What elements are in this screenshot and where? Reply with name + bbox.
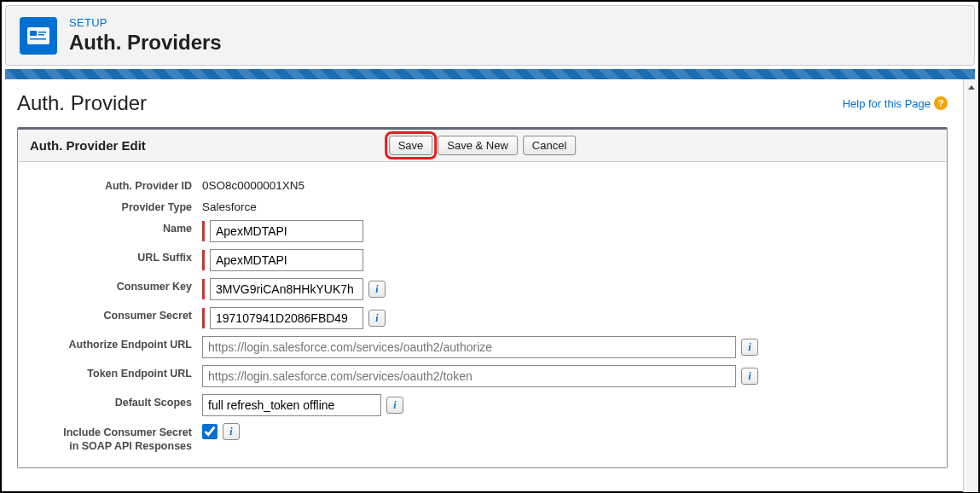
info-button-include-secret[interactable]: i: [223, 423, 240, 440]
info-button-default-scopes[interactable]: i: [386, 397, 403, 414]
panel-title: Auth. Provider Edit: [30, 138, 146, 153]
row-consumer-key: Consumer Key i: [32, 278, 933, 300]
svg-rect-0: [27, 27, 49, 44]
save-new-button[interactable]: Save & New: [438, 136, 518, 155]
info-icon: i: [229, 426, 232, 438]
required-indicator: [202, 221, 205, 241]
page-heading-row: Auth. Provider Help for this Page ?: [17, 91, 948, 115]
default-scopes-input[interactable]: [202, 394, 381, 416]
label-provider-type: Provider Type: [32, 199, 202, 213]
info-icon: i: [748, 341, 751, 354]
row-url-suffix: URL Suffix: [32, 249, 933, 271]
label-token-url: Token Endpoint URL: [32, 365, 202, 380]
page-header: SETUP Auth. Providers: [5, 5, 975, 66]
consumer-secret-input[interactable]: [210, 307, 363, 329]
row-authorize-url: Authorize Endpoint URL i: [32, 336, 933, 358]
required-indicator: [202, 250, 205, 270]
name-input[interactable]: [210, 220, 363, 242]
info-button-consumer-key[interactable]: i: [368, 281, 386, 298]
scrollbar[interactable]: [963, 79, 978, 492]
svg-rect-4: [30, 38, 46, 40]
info-button-authorize-url[interactable]: i: [741, 339, 758, 356]
info-button-token-url[interactable]: i: [741, 368, 758, 385]
help-link-text: Help for this Page: [843, 97, 931, 110]
edit-panel: Auth. Provider Edit Save Save & New Canc…: [17, 127, 948, 468]
required-indicator: [202, 279, 205, 299]
url-suffix-input[interactable]: [210, 249, 363, 271]
info-button-consumer-secret[interactable]: i: [368, 310, 386, 327]
row-consumer-secret: Consumer Secret i: [32, 307, 933, 329]
token-url-input[interactable]: [202, 365, 736, 387]
row-token-url: Token Endpoint URL i: [32, 365, 933, 387]
authorize-url-input[interactable]: [202, 336, 736, 358]
app-window: SETUP Auth. Providers Auth. Provider Hel…: [0, 0, 980, 493]
info-icon: i: [393, 399, 396, 412]
button-row: Save Save & New Cancel: [389, 136, 577, 155]
scroll-up-icon[interactable]: [965, 81, 978, 95]
label-default-scopes: Default Scopes: [32, 394, 202, 409]
page-title: Auth. Providers: [69, 31, 222, 55]
label-name: Name: [32, 220, 202, 235]
divider-pattern: [5, 69, 975, 79]
required-indicator: [202, 308, 205, 328]
value-provider-type: Salesforce: [202, 199, 257, 213]
svg-rect-3: [38, 34, 44, 36]
content-area: Auth. Provider Help for this Page ? Auth…: [2, 79, 978, 492]
value-provider-id: 0SO8c0000001XN5: [202, 177, 304, 192]
svg-rect-2: [38, 32, 46, 33]
setup-label: SETUP: [69, 16, 222, 29]
label-consumer-key: Consumer Key: [32, 278, 202, 293]
row-include-secret: Include Consumer Secretin SOAP API Respo…: [32, 423, 933, 454]
label-include-secret: Include Consumer Secretin SOAP API Respo…: [32, 423, 202, 454]
include-secret-checkbox[interactable]: [202, 424, 217, 439]
label-authorize-url: Authorize Endpoint URL: [32, 336, 202, 351]
label-url-suffix: URL Suffix: [32, 249, 202, 264]
save-button[interactable]: Save: [389, 136, 433, 155]
row-provider-type: Provider Type Salesforce: [32, 199, 933, 213]
info-icon: i: [375, 283, 378, 296]
page-heading: Auth. Provider: [17, 91, 147, 115]
header-text: SETUP Auth. Providers: [69, 16, 222, 55]
help-link[interactable]: Help for this Page ?: [843, 96, 948, 110]
label-consumer-secret: Consumer Secret: [32, 307, 202, 322]
panel-header: Auth. Provider Edit Save Save & New Canc…: [18, 130, 947, 162]
id-card-icon: [20, 17, 57, 55]
info-icon: i: [748, 370, 751, 383]
info-icon: i: [375, 312, 378, 325]
row-provider-id: Auth. Provider ID 0SO8c0000001XN5: [32, 177, 933, 192]
label-provider-id: Auth. Provider ID: [32, 177, 202, 192]
svg-rect-1: [30, 31, 37, 36]
consumer-key-input[interactable]: [210, 278, 363, 300]
help-icon: ?: [934, 96, 948, 110]
form-body: Auth. Provider ID 0SO8c0000001XN5 Provid…: [18, 162, 947, 467]
cancel-button[interactable]: Cancel: [523, 136, 576, 155]
row-default-scopes: Default Scopes i: [32, 394, 933, 416]
row-name: Name: [32, 220, 933, 242]
